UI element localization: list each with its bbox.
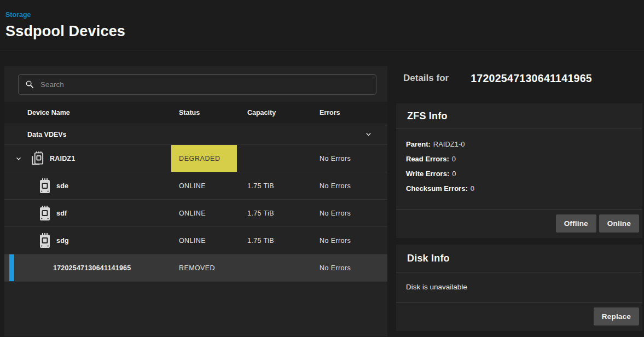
cell-status: ONLINE — [171, 200, 244, 226]
chevron-down-icon[interactable] — [364, 130, 373, 139]
raidz-vdev-icon — [30, 151, 45, 166]
cell-capacity — [244, 145, 317, 172]
cell-status: REMOVED — [171, 254, 244, 281]
search-box[interactable] — [18, 74, 376, 95]
table-row-removed-device[interactable]: 17202547130641141965 REMOVED No Errors — [4, 254, 387, 282]
zfs-checksum-errors-line: Checksum Errors:0 — [406, 181, 633, 196]
table-row-raidz1[interactable]: RAIDZ1 DEGRADED No Errors — [4, 145, 387, 172]
online-button[interactable]: Online — [599, 214, 639, 233]
zfs-read-errors-label: Read Errors: — [406, 155, 449, 163]
group-row-data-vdevs[interactable]: Data VDEVs — [4, 124, 387, 145]
disk-unavailable-message: Disk is unavailable — [406, 280, 633, 294]
table-row-sde[interactable]: sde ONLINE 1.75 TiB No Errors — [4, 172, 387, 200]
disk-info-card: Disk Info Disk is unavailable Replace — [396, 245, 642, 331]
search-input[interactable] — [40, 80, 369, 89]
header-errors: Errors — [317, 109, 387, 117]
zfs-info-card: ZFS Info Parent:RAIDZ1-0 Read Errors:0 W… — [396, 103, 642, 238]
table-header-row: Device Name Status Capacity Errors — [4, 102, 387, 124]
zfs-checksum-errors-value: 0 — [471, 184, 474, 193]
zfs-checksum-errors-label: Checksum Errors: — [406, 184, 468, 193]
search-section — [4, 66, 387, 102]
breadcrumb-storage-link[interactable]: Storage — [5, 11, 31, 19]
device-name-label: sdg — [56, 237, 69, 245]
devices-panel: Device Name Status Capacity Errors Data … — [4, 66, 387, 336]
cell-capacity: 1.75 TiB — [244, 200, 317, 226]
device-name-label: RAIDZ1 — [50, 155, 75, 162]
header-capacity: Capacity — [244, 109, 317, 117]
chevron-down-icon[interactable] — [14, 154, 23, 163]
status-badge-degraded: DEGRADED — [171, 145, 237, 172]
cell-capacity — [244, 254, 317, 281]
page-title: Ssdpool Devices — [5, 23, 644, 40]
disk-info-body: Disk is unavailable — [396, 272, 642, 302]
cell-capacity: 1.75 TiB — [244, 227, 317, 254]
cell-errors: No Errors — [317, 254, 387, 281]
offline-button[interactable]: Offline — [556, 214, 596, 233]
details-for-label: Details for — [403, 73, 449, 84]
cell-capacity: 1.75 TiB — [244, 172, 317, 199]
zfs-write-errors-value: 0 — [452, 170, 456, 178]
zfs-read-errors-value: 0 — [452, 155, 456, 163]
content-area: Device Name Status Capacity Errors Data … — [0, 66, 644, 336]
zfs-info-body: Parent:RAIDZ1-0 Read Errors:0 Write Erro… — [396, 129, 642, 209]
cell-device-name: sdg — [4, 227, 171, 254]
table-row-sdf[interactable]: sdf ONLINE 1.75 TiB No Errors — [4, 200, 387, 227]
details-header: Details for 17202547130641141965 — [396, 66, 642, 90]
cell-errors: No Errors — [317, 227, 387, 254]
disk-icon — [39, 233, 50, 248]
zfs-info-title: ZFS Info — [396, 103, 642, 129]
cell-device-name: RAIDZ1 — [4, 145, 171, 172]
search-icon — [25, 80, 34, 89]
cell-device-name: sdf — [4, 200, 171, 226]
cell-device-name: sde — [4, 172, 171, 199]
zfs-write-errors-line: Write Errors:0 — [406, 166, 633, 181]
replace-button[interactable]: Replace — [594, 307, 639, 326]
cell-device-name: 17202547130641141965 — [4, 254, 171, 281]
details-panel: Details for 17202547130641141965 ZFS Inf… — [396, 66, 644, 336]
disk-icon — [39, 178, 50, 194]
cell-status: ONLINE — [171, 172, 244, 199]
cell-errors: No Errors — [317, 145, 387, 172]
cell-errors: No Errors — [317, 172, 387, 199]
cell-status: DEGRADED — [171, 145, 244, 172]
zfs-info-actions: Offline Online — [396, 209, 642, 238]
table-row-sdg[interactable]: sdg ONLINE 1.75 TiB No Errors — [4, 227, 387, 254]
zfs-read-errors-line: Read Errors:0 — [406, 152, 633, 166]
zfs-parent-value: RAIDZ1-0 — [433, 140, 465, 148]
disk-info-title: Disk Info — [396, 245, 642, 272]
group-label: Data VDEVs — [27, 131, 67, 138]
cell-errors: No Errors — [317, 200, 387, 226]
zfs-write-errors-label: Write Errors: — [406, 170, 449, 178]
disk-info-actions: Replace — [396, 302, 642, 331]
zfs-parent-label: Parent: — [406, 140, 431, 148]
device-name-label: sde — [56, 182, 68, 190]
header-status: Status — [171, 109, 244, 117]
page-header: Storage Ssdpool Devices — [0, 0, 644, 50]
table-empty-space — [4, 282, 387, 336]
disk-icon — [39, 206, 50, 221]
selected-row-indicator — [9, 254, 14, 281]
header-device-name: Device Name — [4, 109, 171, 117]
device-name-label: sdf — [56, 210, 67, 217]
cell-status: ONLINE — [171, 227, 244, 254]
zfs-parent-line: Parent:RAIDZ1-0 — [406, 137, 633, 152]
details-device-name: 17202547130641141965 — [471, 72, 592, 85]
